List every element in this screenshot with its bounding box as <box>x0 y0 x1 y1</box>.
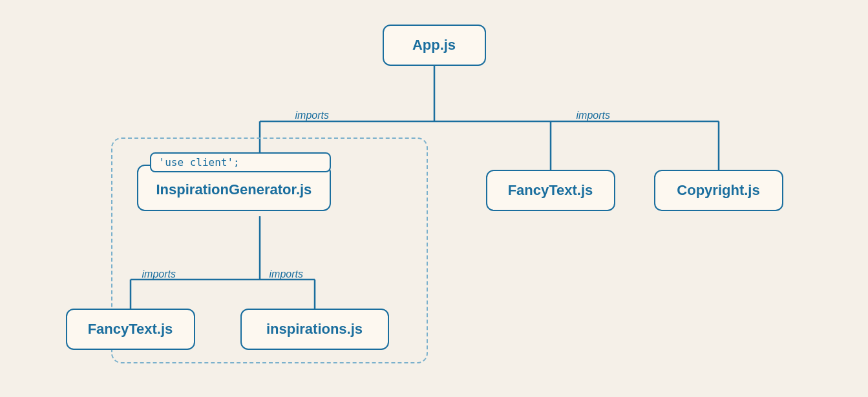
node-copyright-label: Copyright.js <box>677 182 759 199</box>
node-app: App.js <box>383 25 486 66</box>
use-client-badge: 'use client'; <box>150 152 332 172</box>
node-inspirations-label: inspirations.js <box>266 321 363 338</box>
node-inspiration-wrapper: 'use client'; InspirationGenerator.js <box>137 152 332 211</box>
imports-label-bottom-right: imports <box>270 269 303 280</box>
imports-label-top-right: imports <box>577 110 610 121</box>
imports-label-top-left: imports <box>295 110 329 121</box>
node-app-label: App.js <box>412 37 456 54</box>
dependency-diagram: App.js imports imports 'use client'; Ins… <box>47 12 822 386</box>
node-copyright: Copyright.js <box>654 170 783 211</box>
node-fancytext-top-label: FancyText.js <box>508 182 593 199</box>
node-fancytext-bottom: FancyText.js <box>66 309 195 350</box>
node-fancytext-bottom-label: FancyText.js <box>88 321 173 338</box>
node-inspirations: inspirations.js <box>240 309 389 350</box>
imports-label-bottom-left: imports <box>142 269 176 280</box>
node-fancytext-top: FancyText.js <box>486 170 615 211</box>
node-inspiration-label: InspirationGenerator.js <box>156 181 312 198</box>
